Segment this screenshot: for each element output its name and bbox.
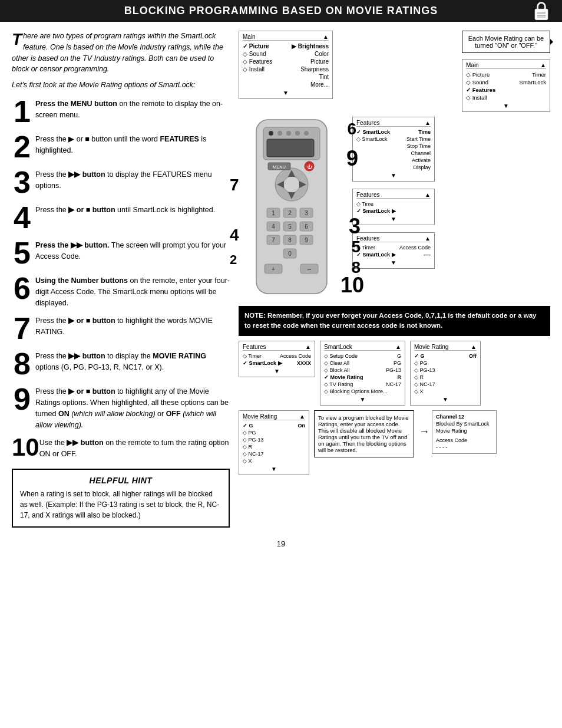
screen-row: ◇ TV RatingNC-17 [324, 381, 401, 388]
page-header: Blocking Programming Based on Movie Rati… [0, 0, 562, 22]
step-number-1: 1 [12, 96, 31, 127]
screen-row: ◇ PG [414, 360, 477, 367]
screen-row: ◇ Features Picture [243, 58, 329, 65]
screen-row: ◇ PG [243, 429, 305, 436]
screen-row: Display [356, 164, 431, 171]
step-number-2: 2 [12, 131, 31, 162]
step-overlay-6: 6 [347, 120, 356, 139]
svg-point-11 [295, 131, 300, 136]
svg-text:0: 0 [288, 251, 292, 257]
screen-title-3: Features▲ [356, 120, 431, 127]
callout-bubble: Each Movie Rating can be turned "ON" or … [462, 31, 550, 53]
intro-text-content: here are two types of program ratings wi… [12, 32, 223, 73]
remote-svg: 1 2 3 4 5 6 7 8 9 [239, 117, 348, 299]
screen-row: ✓ SmartLock ▶---- [356, 251, 431, 258]
screen-row: ◇ PG-13 [414, 367, 477, 374]
screen-row: ◇ R [414, 374, 477, 381]
screen-channel-blocked: Channel 12 Blocked By SmartLock Movie Ra… [432, 410, 497, 454]
screen-title-7: Movie Rating▲ [414, 344, 477, 351]
screen-row: ✓ SmartLock ▶XXXX [243, 360, 311, 367]
svg-text:2: 2 [288, 210, 292, 216]
intro-paragraph: T here are two types of program ratings … [12, 31, 230, 75]
screen-title-2: Main▲ [466, 62, 546, 69]
step-8: 8 Press the ▶▶ button to display the MOV… [12, 348, 230, 379]
page-number: 19 [0, 533, 562, 551]
step-number-9: 9 [12, 384, 31, 414]
step-text-4: Press the ▶ or ■ button until SmartLock … [35, 202, 215, 216]
svg-rect-0 [535, 9, 548, 19]
screen-row: - - - - [436, 444, 492, 451]
screen-row: ✓ Picture▶ Brightness [243, 42, 329, 50]
bottom-screens-row: Features▲ ◇ TimerAccess Code ✓ SmartLock… [239, 341, 550, 406]
step-text-7: Press the ▶ or ■ button to highlight the… [35, 313, 230, 338]
svg-text:–: – [308, 265, 312, 272]
left-column: T here are two types of program ratings … [12, 31, 230, 528]
step-number-4: 4 [12, 202, 31, 233]
step-5: 5 Press the ▶▶ button. The screen will p… [12, 238, 230, 268]
screen-title-4: Features▲ [356, 192, 431, 199]
lock-icon [533, 1, 550, 22]
screen-row: More... [243, 81, 329, 88]
screen-main-features: Main▲ ◇ PictureTimer ◇ SoundSmartLock ✓ … [462, 59, 550, 112]
step-number-7: 7 [12, 313, 31, 344]
screen-row: ◇ Block AllPG-13 [324, 367, 401, 374]
screen-row: ✓ GOff [414, 353, 477, 360]
svg-point-9 [277, 131, 282, 136]
screen-row: ◇ SoundSmartLock [466, 78, 546, 86]
note-box: NOTE: Remember, if you ever forget your … [239, 306, 550, 336]
svg-text:5: 5 [288, 223, 292, 230]
screen-smartlock-xxxx: Features▲ ◇ TimerAccess Code ✓ SmartLock… [239, 341, 315, 377]
step-number-5: 5 [12, 238, 31, 268]
step-text-5: Press the ▶▶ button. The screen will pro… [35, 238, 230, 262]
screen-row: Channel 12 [436, 413, 492, 420]
step-overlay-9: 9 [346, 146, 358, 171]
screen-row: Access Code [436, 437, 492, 444]
screen-row: Tint [243, 73, 329, 81]
remote-image: 1 2 3 4 5 6 7 8 9 [239, 117, 348, 301]
step-overlay-4: 4 [230, 226, 239, 245]
step-text-1: Press the MENU button on the remote to d… [35, 96, 230, 121]
blocked-text: To view a program blocked by Movie Ratin… [318, 414, 409, 453]
screen-title-8: Features▲ [356, 235, 431, 242]
step-6: 6 Using the Number buttons on the remote… [12, 273, 230, 308]
svg-text:8: 8 [288, 237, 292, 243]
step-9: 9 Press the ▶ or ■ button to highlight a… [12, 384, 230, 430]
screen-movie-rating-on: Movie Rating▲ ✓ GOn ◇ PG ◇ PG-13 ◇ R ◇ N… [239, 410, 309, 475]
svg-text:7: 7 [272, 237, 275, 243]
arrow-right: → [419, 426, 429, 438]
screen-main-menu: Main▲ ✓ Picture▶ Brightness ◇ Sound Colo… [239, 31, 333, 99]
intro-first-letter: T [12, 33, 22, 46]
screen-row: ✓ Features [466, 86, 546, 94]
svg-point-15 [283, 176, 300, 193]
screen-row: ◇ Setup CodeG [324, 353, 401, 360]
screen-title-6: SmartLock▲ [324, 344, 401, 351]
screen-row: ✓ Movie RatingR [324, 374, 401, 381]
right-column: Main▲ ✓ Picture▶ Brightness ◇ Sound Colo… [239, 31, 550, 528]
screen-blocked-message: To view a program blocked by Movie Ratin… [314, 410, 414, 457]
step-4: 4 Press the ▶ or ■ button until SmartLoc… [12, 202, 230, 233]
svg-text:3: 3 [305, 210, 308, 216]
screen-features-smartlock: Features▲ ◇ Time ✓ SmartLock ▶ ▼ [352, 189, 435, 225]
svg-text:1: 1 [272, 210, 275, 216]
step-3: 3 Press the ▶▶ button to display the FEA… [12, 167, 230, 197]
screen-title-5: Features▲ [243, 344, 311, 351]
svg-rect-13 [267, 139, 314, 157]
step-overlay-10: 10 [340, 273, 364, 298]
screen-row: Activate [356, 157, 431, 164]
step-overlay-2-bottom: 2 [230, 252, 237, 268]
screen-row: ✓ SmartLockTime [356, 129, 431, 136]
arrow-down: ▼ [324, 396, 401, 403]
svg-point-12 [304, 131, 309, 136]
step-overlay-7: 7 [230, 176, 239, 195]
svg-point-10 [286, 131, 291, 136]
screen-row: ◇ Blocking Options More... [324, 388, 401, 395]
channel-blocked-area: → Channel 12 Blocked By SmartLock Movie … [419, 410, 497, 454]
step-text-3: Press the ▶▶ button to display the FEATU… [35, 167, 230, 192]
steps-list: 1 Press the MENU button on the remote to… [12, 96, 230, 460]
screen-row: ◇ TimerAccess Code [243, 353, 311, 360]
screen-row: ◇ R [243, 443, 305, 450]
screen-row: ◇ Sound Color [243, 50, 329, 58]
hint-title: Helpful Hint [20, 476, 222, 485]
step-10: 10 Use the ▶▶ button on the remote to tu… [12, 435, 230, 460]
screen-row: ◇ X [414, 388, 477, 395]
